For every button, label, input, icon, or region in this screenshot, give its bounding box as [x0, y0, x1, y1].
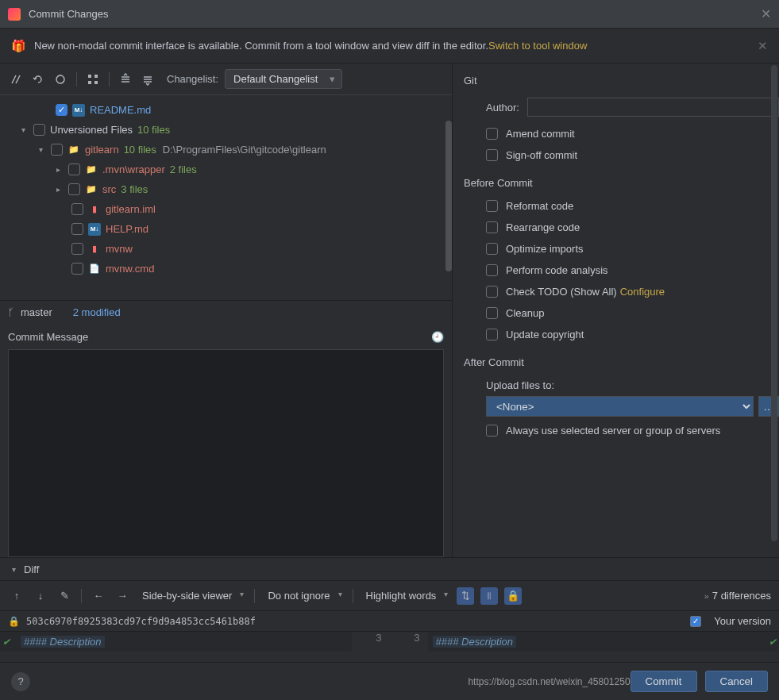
checkbox-iml[interactable]	[71, 203, 83, 215]
changes-tree[interactable]: ✓M↓README.md ▾Unversioned Files10 files …	[0, 95, 452, 300]
collapse-unchanged-icon[interactable]: ⇅	[457, 587, 474, 605]
ignore-dropdown[interactable]: Do not ignore	[263, 587, 344, 604]
git-section: Git	[464, 75, 779, 87]
ok-marker-icon: ✔	[769, 637, 777, 648]
close-icon[interactable]: ✕	[761, 6, 771, 21]
lock-icon[interactable]: 🔒	[504, 587, 522, 605]
signoff-label: Sign-off commit	[506, 149, 577, 161]
folder-icon: 📁	[67, 144, 80, 156]
revert-icon[interactable]	[30, 71, 46, 87]
lock-readonly-icon: 🔒	[8, 616, 20, 627]
diff-pane-left[interactable]: ✔ #### Description	[0, 632, 352, 652]
folder-mvn[interactable]: .mvn\wrapper	[102, 163, 165, 175]
optimize-checkbox[interactable]	[486, 243, 498, 255]
configure-link[interactable]: Configure	[620, 286, 665, 298]
line-number-right: 3	[390, 632, 428, 652]
checkbox-mvn[interactable]	[68, 163, 80, 175]
chevron-right-icon[interactable]: ▸	[52, 185, 64, 194]
your-version-checkbox[interactable]: ✓	[690, 616, 701, 627]
cancel-button[interactable]: Cancel	[705, 671, 769, 692]
analysis-checkbox[interactable]	[486, 264, 498, 276]
prev-change-icon[interactable]: ↑	[8, 587, 25, 605]
signoff-checkbox[interactable]	[486, 149, 498, 161]
file-help[interactable]: HELP.md	[106, 223, 148, 235]
differences-count[interactable]: »7 differences	[704, 590, 771, 602]
nav-forward-icon[interactable]: →	[114, 587, 131, 605]
checkbox-mvnw[interactable]	[71, 243, 83, 255]
file-icon: ▮	[88, 243, 101, 256]
chevron-down-icon[interactable]: ▾	[35, 145, 46, 154]
chevron-down-icon[interactable]: ▾	[17, 125, 29, 134]
folder-src[interactable]: src	[102, 183, 116, 195]
tree-scrollbar[interactable]	[445, 121, 452, 271]
upload-label: Upload files to:	[486, 379, 779, 391]
collapse-all-icon[interactable]	[140, 71, 156, 87]
group-by-icon[interactable]	[85, 71, 101, 87]
right-scrollbar[interactable]	[771, 65, 777, 541]
history-icon[interactable]: 🕘	[431, 331, 444, 343]
svg-rect-0	[88, 75, 91, 78]
refresh-icon[interactable]	[52, 71, 68, 87]
commit-button[interactable]: Commit	[631, 671, 697, 692]
folder-icon: 📁	[85, 163, 98, 176]
branch-name[interactable]: master	[21, 306, 52, 318]
copyright-checkbox[interactable]	[486, 329, 498, 340]
app-icon	[8, 8, 21, 21]
your-version-label: Your version	[714, 615, 771, 627]
gift-icon: 🎁	[11, 39, 26, 53]
highlight-dropdown[interactable]: Highlight words	[361, 587, 451, 604]
ok-marker-icon: ✔	[2, 637, 10, 648]
todo-checkbox[interactable]	[486, 286, 498, 298]
upload-select[interactable]: <None>	[486, 396, 754, 417]
after-commit-section: After Commit	[464, 356, 779, 368]
mvn-count: 2 files	[170, 163, 197, 175]
checkbox-gitlearn[interactable]	[51, 144, 63, 156]
banner-message: New non-modal commit interface is availa…	[34, 40, 488, 52]
gitlearn-count: 10 files	[124, 144, 156, 156]
help-icon[interactable]: ?	[11, 672, 30, 691]
checkbox-unversioned[interactable]	[33, 124, 45, 136]
checkbox-help[interactable]	[71, 223, 83, 235]
show-diff-icon[interactable]	[8, 71, 24, 87]
reformat-checkbox[interactable]	[486, 200, 498, 212]
amend-label: Amend commit	[506, 128, 575, 140]
chevron-right-icon[interactable]: ▸	[52, 165, 64, 174]
gitlearn-path: D:\ProgramFiles\Git\gitcode\gitlearn	[163, 144, 326, 156]
viewer-mode-dropdown[interactable]: Side-by-side viewer	[137, 587, 246, 604]
commit-message-input[interactable]	[8, 349, 444, 557]
file-icon: 📄	[88, 263, 101, 275]
checkbox-mvnwcmd[interactable]	[71, 263, 83, 275]
edit-icon[interactable]: ✎	[56, 587, 73, 605]
before-commit-section: Before Commit	[464, 177, 779, 189]
svg-rect-3	[94, 81, 98, 84]
amend-checkbox[interactable]	[486, 128, 498, 140]
diff-section-toggle[interactable]: ▾ Diff	[0, 558, 779, 580]
branch-icon: ᚶ	[8, 306, 14, 318]
diff-label: Diff	[24, 563, 39, 575]
always-server-checkbox[interactable]	[486, 425, 498, 437]
window-title: Commit Changes	[29, 8, 108, 20]
file-mvnwcmd[interactable]: mvnw.cmd	[106, 263, 154, 275]
author-input[interactable]	[527, 98, 779, 117]
changelist-label: Changelist:	[167, 73, 218, 85]
cleanup-checkbox[interactable]	[486, 307, 498, 319]
switch-tool-window-link[interactable]: Switch to tool window	[488, 40, 587, 52]
commit-message-label: Commit Message	[8, 331, 88, 343]
changelist-dropdown[interactable]: Default Changelist	[225, 69, 342, 89]
sync-scroll-icon[interactable]: ⫴	[480, 587, 498, 605]
file-iml[interactable]: gitlearn.iml	[106, 203, 156, 215]
folder-icon: 📁	[85, 183, 98, 196]
rearrange-checkbox[interactable]	[486, 221, 498, 233]
checkbox-src[interactable]	[68, 183, 80, 195]
file-readme[interactable]: README.md	[90, 104, 151, 116]
nav-back-icon[interactable]: ←	[90, 587, 107, 605]
file-mvnw[interactable]: mvnw	[106, 243, 133, 255]
expand-all-icon[interactable]	[118, 71, 133, 87]
checkbox-readme[interactable]: ✓	[56, 104, 67, 116]
next-change-icon[interactable]: ↓	[32, 587, 49, 605]
banner-dismiss-icon[interactable]: ✕	[758, 39, 768, 53]
folder-gitlearn[interactable]: gitlearn	[85, 144, 119, 156]
modified-count[interactable]: 2 modified	[73, 306, 121, 318]
unversioned-files[interactable]: Unversioned Files	[50, 124, 133, 136]
diff-pane-right[interactable]: #### Description ✔	[428, 632, 780, 652]
